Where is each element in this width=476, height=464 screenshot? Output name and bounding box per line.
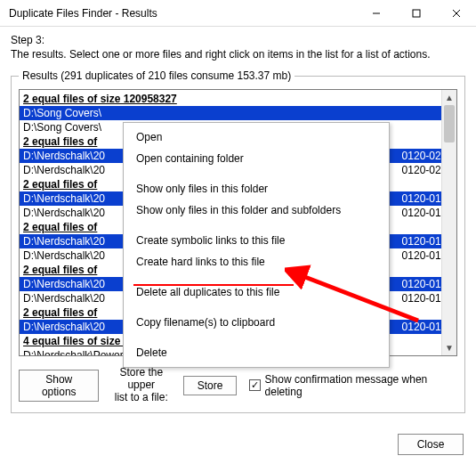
- svg-rect-1: [413, 10, 420, 17]
- context-menu-item[interactable]: Show only files in this folder and subfo…: [124, 199, 389, 221]
- results-legend: Results (291 duplicates of 210 files con…: [19, 69, 294, 82]
- maximize-button[interactable]: [396, 0, 436, 27]
- bottom-controls: Show options Store the upper list to a f…: [19, 367, 457, 403]
- context-menu-item[interactable]: Delete: [124, 342, 389, 363]
- close-button[interactable]: Close: [398, 434, 464, 455]
- minimize-button[interactable]: [356, 0, 396, 27]
- context-menu-separator: [124, 273, 389, 281]
- step-label: Step 3:: [11, 34, 465, 46]
- context-menu-item[interactable]: Open: [124, 126, 389, 148]
- confirm-checkbox[interactable]: ✓: [249, 379, 260, 391]
- list-row[interactable]: 2 equal files of size 120958327: [20, 92, 456, 106]
- context-menu[interactable]: OpenOpen containing folderShow only file…: [123, 122, 390, 368]
- confirm-label: Show confirmation message when deleting: [265, 373, 457, 398]
- scroll-up-button[interactable]: ▲: [442, 90, 456, 105]
- list-row[interactable]: D:\Song Covers\: [20, 106, 456, 120]
- footer: Close: [398, 434, 464, 455]
- annotation-underline: [133, 284, 294, 286]
- titlebar: Duplicate Files Finder - Results: [0, 0, 476, 27]
- context-menu-separator: [124, 221, 389, 230]
- vertical-scrollbar[interactable]: ▲ ▼: [441, 90, 456, 355]
- context-menu-item[interactable]: Copy filename(s) to clipboard: [124, 312, 389, 333]
- step-description: The results. Select one or more files an…: [11, 48, 465, 61]
- context-menu-separator: [124, 169, 389, 178]
- context-menu-separator: [124, 333, 389, 342]
- context-menu-item[interactable]: Create symbolic links to this file: [124, 230, 389, 251]
- context-menu-item[interactable]: Show only files in this folder: [124, 178, 389, 199]
- context-menu-item[interactable]: Create hard links to this file: [124, 251, 389, 273]
- scroll-thumb[interactable]: [444, 105, 455, 142]
- scroll-down-button[interactable]: ▼: [442, 340, 456, 355]
- confirm-checkbox-wrap[interactable]: ✓ Show confirmation message when deletin…: [249, 373, 457, 398]
- context-menu-separator: [124, 303, 389, 312]
- context-menu-item[interactable]: Open containing folder: [124, 148, 389, 169]
- window-title: Duplicate Files Finder - Results: [9, 7, 356, 20]
- store-label: Store the upper list to a file:: [106, 367, 176, 403]
- show-options-button[interactable]: Show options: [19, 370, 99, 402]
- scroll-track[interactable]: [442, 105, 456, 340]
- close-window-button[interactable]: [436, 0, 476, 27]
- store-button[interactable]: Store: [183, 376, 237, 395]
